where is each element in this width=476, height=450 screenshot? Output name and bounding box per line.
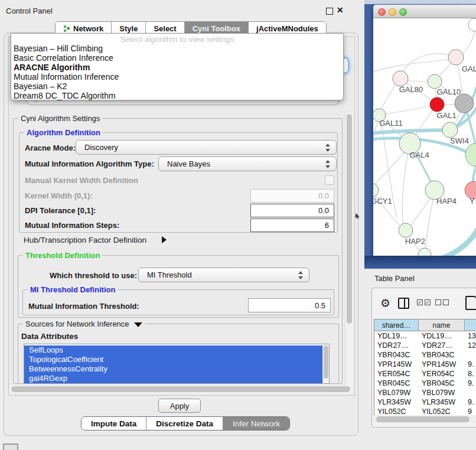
node-table: shared… name YDL19… YDL19… 13 YDR27… YDR… <box>374 319 476 415</box>
expand-arrow-icon[interactable] <box>162 236 167 243</box>
aracne-mode-combo[interactable]: Discovery <box>76 140 337 155</box>
dropdown-item-selected[interactable]: ARACNE Algorithm <box>14 63 338 72</box>
table-cell[interactable]: YBR043C <box>374 350 419 360</box>
which-threshold-label: Which threshold to use: <box>50 271 137 280</box>
table-cell[interactable]: YDL19… <box>374 331 419 341</box>
tab-infer-network[interactable]: Infer Network <box>223 417 289 430</box>
table-cell[interactable]: YBR045C <box>374 379 419 388</box>
column-header-shared-name[interactable]: shared… <box>374 319 419 331</box>
column-header-name[interactable]: name <box>419 319 465 331</box>
deselect-all-columns-icon[interactable] <box>435 299 449 305</box>
table-cell[interactable]: 13 <box>465 331 476 341</box>
column-header-partial[interactable] <box>465 319 476 331</box>
mi-steps-input[interactable]: 6 <box>250 219 334 232</box>
node-SWI4[interactable] <box>442 122 458 138</box>
data-attributes-list: SelfLoops TopologicalCoefficient Between… <box>24 344 330 384</box>
list-scrollbar-thumb[interactable] <box>324 345 328 379</box>
table-horizontal-scrollbar[interactable] <box>374 415 476 423</box>
tab-impute-data[interactable]: Impute Data <box>81 417 146 430</box>
node-gray[interactable] <box>455 94 474 113</box>
table-cell[interactable]: YIL052C <box>374 407 419 415</box>
table-cell[interactable]: YBL079W <box>419 388 465 397</box>
network-canvas[interactable]: GAL GAL80 GAL10 GAL1 GAL11 SWI4 GAL4 GCY… <box>373 18 476 256</box>
table-cell[interactable]: YPR145W <box>374 360 419 369</box>
node-HAP2[interactable] <box>399 223 413 237</box>
table-cell[interactable]: YPR145W <box>419 360 465 369</box>
tab-discretize-data[interactable]: Discretize Data <box>146 417 223 430</box>
dropdown-item[interactable]: Basic Correlation Inference <box>14 53 338 63</box>
settings-horizontal-scrollbar-thumb[interactable] <box>11 386 350 392</box>
dpi-tolerance-input[interactable]: 0.0 <box>250 204 334 217</box>
settings-horizontal-scrollbar[interactable] <box>9 385 353 393</box>
dropdown-prompt: Select algorithm to view settings <box>11 35 343 44</box>
node-GAL10[interactable] <box>428 74 442 89</box>
node-unlabeled[interactable] <box>465 143 476 167</box>
node-unlabeled[interactable] <box>468 18 476 31</box>
list-item-selected[interactable]: BetweennessCentrality <box>24 364 322 374</box>
network-window-titlebar[interactable] <box>373 5 476 18</box>
which-threshold-combo[interactable]: MI Threshold <box>138 268 309 282</box>
minimized-panel-icon[interactable] <box>3 444 18 450</box>
settings-vertical-scrollbar-thumb[interactable] <box>347 114 352 324</box>
list-item-selected[interactable]: SelfLoops <box>24 345 322 355</box>
table-cell[interactable]: YLR345W <box>419 397 465 407</box>
zoom-window-icon[interactable] <box>399 8 407 16</box>
node-GCY1[interactable] <box>373 183 379 197</box>
control-panel-title: Control Panel <box>6 6 53 15</box>
table-cell[interactable]: YDR27… <box>419 341 465 350</box>
table-panel: ⚙ ✓ ✓ shared… name YDL19… YDL19… 13 YDR2… <box>371 288 476 428</box>
dropdown-item[interactable]: Mutual Information Inference <box>14 72 338 81</box>
table-cell[interactable]: YBL079W <box>374 388 419 397</box>
mi-threshold-input[interactable]: 0.5 <box>248 298 331 312</box>
table-cell[interactable]: YIL052C <box>419 407 465 415</box>
node-unlabeled[interactable] <box>418 248 431 256</box>
mi-algorithm-type-combo[interactable]: Naive Bayes <box>158 156 337 171</box>
table-cell[interactable]: 12 <box>465 341 476 350</box>
list-item-selected[interactable]: TopologicalCoefficient <box>24 355 322 364</box>
export-table-icon[interactable] <box>465 296 476 310</box>
list-item-selected[interactable]: gal4RGexp <box>24 374 322 383</box>
threshold-definition-title: Threshold Definition <box>23 251 102 260</box>
dropdown-item[interactable]: Bayesian – Hill Climbing <box>14 44 338 53</box>
table-cell[interactable] <box>465 388 476 397</box>
cyni-bottom-tabbar: Impute Data Discretize Data Infer Networ… <box>81 416 290 431</box>
settings-vertical-scrollbar[interactable] <box>345 112 353 385</box>
list-scrollbar[interactable] <box>322 344 329 383</box>
float-panel-icon[interactable] <box>326 8 333 15</box>
table-cell[interactable]: 9. <box>465 397 476 407</box>
combo-stepper-icon <box>298 271 304 279</box>
table-cell[interactable]: 9. <box>465 360 476 369</box>
node-GAL[interactable] <box>448 50 464 65</box>
dropdown-item[interactable]: Dream8 DC_TDC Algorithm <box>14 91 338 100</box>
hub-definition-toggle-label[interactable]: Hub/Transcription Factor Definition <box>24 236 146 244</box>
close-panel-icon[interactable]: ✕ <box>337 5 344 15</box>
table-cell[interactable]: YDR27… <box>374 341 419 350</box>
network-view-window: GAL GAL80 GAL10 GAL1 GAL11 SWI4 GAL4 GCY… <box>373 5 476 256</box>
table-cell[interactable]: 8. <box>465 369 476 379</box>
table-cell[interactable]: YBR043C <box>419 350 465 360</box>
table-cell[interactable] <box>465 350 476 360</box>
table-cell[interactable]: YDL19… <box>419 331 465 341</box>
apply-button[interactable]: Apply <box>158 399 201 413</box>
table-cell[interactable]: YLR345W <box>374 397 419 407</box>
kernel-width-input[interactable]: 0.0 <box>250 189 334 203</box>
manual-kernel-width-checkbox[interactable] <box>325 175 334 185</box>
table-cell[interactable]: YER054C <box>374 369 419 379</box>
node-GAL1[interactable] <box>430 97 444 112</box>
node-label: GAL10 <box>437 87 461 96</box>
select-all-columns-icon[interactable]: ✓ ✓ <box>417 299 431 305</box>
close-window-icon[interactable] <box>378 8 386 16</box>
table-cell[interactable]: 9. <box>465 379 476 388</box>
node-label: Y <box>470 197 475 206</box>
gear-icon[interactable]: ⚙ <box>380 296 390 310</box>
minimize-window-icon[interactable] <box>389 8 396 16</box>
table-cell[interactable]: YER054C <box>419 369 465 379</box>
aracne-mode-label: Aracne Mode: <box>25 144 76 152</box>
table-cell[interactable]: 9 <box>465 407 476 415</box>
node-GAL80[interactable] <box>393 71 408 86</box>
table-cell[interactable]: YBR045C <box>419 379 465 388</box>
split-pane-icon[interactable] <box>398 298 409 309</box>
dropdown-item[interactable]: Bayesian – K2 <box>14 81 338 91</box>
table-horizontal-scrollbar-thumb[interactable] <box>376 416 470 422</box>
sources-group-title[interactable]: Sources for Network Inference <box>23 319 145 328</box>
